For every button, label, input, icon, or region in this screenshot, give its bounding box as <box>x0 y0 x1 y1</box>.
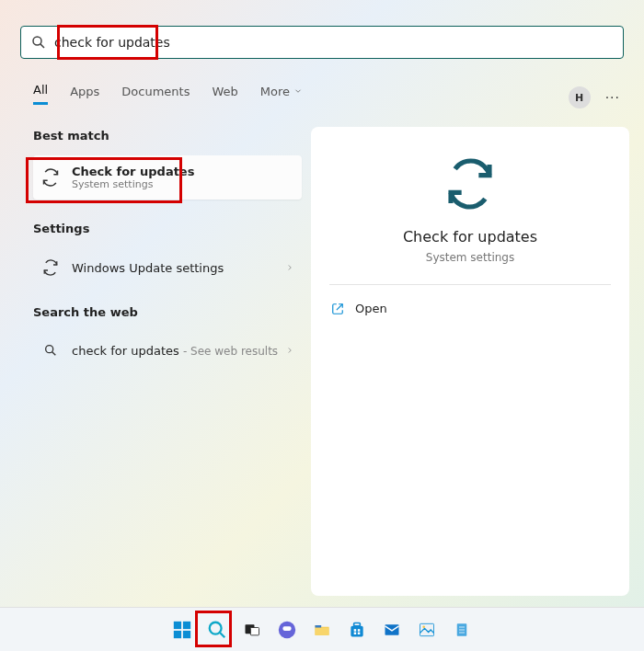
taskbar-mail-icon[interactable] <box>379 617 405 643</box>
preview-subtitle: System settings <box>329 251 611 264</box>
sync-icon <box>40 259 61 276</box>
svg-rect-7 <box>183 630 190 637</box>
section-search-web: Search the web <box>33 305 302 319</box>
taskbar-start-button[interactable] <box>169 617 195 643</box>
open-external-icon <box>331 303 344 315</box>
tab-more[interactable]: More <box>260 85 303 104</box>
taskbar-search-button[interactable] <box>204 617 230 643</box>
svg-rect-6 <box>174 630 181 637</box>
section-settings: Settings <box>33 222 302 235</box>
results-list: Best match Check for updates System sett… <box>33 129 302 369</box>
search-box[interactable] <box>20 26 624 59</box>
preview-pane: Check for updates System settings Open <box>311 127 629 596</box>
svg-rect-16 <box>351 625 362 636</box>
result-label: check for updates <box>72 344 179 358</box>
search-input[interactable] <box>54 35 614 50</box>
tab-all[interactable]: All <box>33 83 48 105</box>
chevron-down-icon <box>293 86 303 96</box>
svg-rect-4 <box>174 621 181 628</box>
section-best-match: Best match <box>33 129 302 143</box>
svg-rect-15 <box>316 625 322 628</box>
action-open[interactable]: Open <box>329 294 611 323</box>
search-icon <box>40 343 61 358</box>
taskbar-notepad-icon[interactable] <box>449 617 475 643</box>
tab-documents[interactable]: Documents <box>121 85 190 104</box>
svg-rect-19 <box>358 629 361 632</box>
sync-icon <box>40 168 61 187</box>
taskbar <box>0 607 644 651</box>
search-icon <box>30 34 47 51</box>
taskbar-chat-icon[interactable] <box>274 617 300 643</box>
svg-line-3 <box>52 352 56 356</box>
tab-web[interactable]: Web <box>212 85 237 104</box>
svg-point-24 <box>422 625 425 628</box>
preview-title: Check for updates <box>329 228 611 246</box>
svg-rect-5 <box>183 621 190 628</box>
result-check-for-updates[interactable]: Check for updates System settings <box>33 155 302 200</box>
tab-more-label: More <box>260 85 290 98</box>
taskbar-explorer-icon[interactable] <box>309 617 335 643</box>
divider <box>329 284 611 285</box>
preview-icon-sync <box>329 158 611 210</box>
result-search-web[interactable]: check for updates - See web results <box>33 332 302 369</box>
svg-rect-22 <box>385 624 399 635</box>
result-subtitle: System settings <box>72 178 194 190</box>
more-options-button[interactable]: ··· <box>605 90 620 105</box>
svg-line-1 <box>40 44 44 48</box>
result-title: Check for updates <box>72 165 194 178</box>
search-window: All Apps Documents Web More H ··· Best m… <box>7 9 637 600</box>
chevron-right-icon <box>285 263 294 272</box>
result-windows-update-settings[interactable]: Windows Update settings <box>33 248 302 287</box>
result-hint: - See web results <box>183 345 278 358</box>
svg-point-2 <box>46 346 53 353</box>
svg-rect-11 <box>250 627 259 634</box>
svg-rect-21 <box>358 632 361 634</box>
svg-rect-13 <box>282 626 291 631</box>
taskbar-photos-icon[interactable] <box>414 617 440 643</box>
svg-rect-14 <box>316 627 329 634</box>
top-right-controls: H ··· <box>569 86 620 108</box>
taskbar-taskview-button[interactable] <box>239 617 265 643</box>
svg-point-8 <box>210 622 222 634</box>
search-scope-tabs: All Apps Documents Web More <box>33 83 303 105</box>
chevron-right-icon <box>285 346 294 355</box>
svg-point-0 <box>33 37 41 45</box>
result-label: Windows Update settings <box>72 261 224 275</box>
user-avatar[interactable]: H <box>569 86 591 108</box>
svg-rect-18 <box>354 629 357 632</box>
taskbar-store-icon[interactable] <box>344 617 370 643</box>
tab-apps[interactable]: Apps <box>70 85 99 104</box>
svg-rect-17 <box>354 622 361 625</box>
svg-line-9 <box>220 632 225 637</box>
action-label: Open <box>355 302 387 315</box>
svg-rect-20 <box>354 632 357 634</box>
